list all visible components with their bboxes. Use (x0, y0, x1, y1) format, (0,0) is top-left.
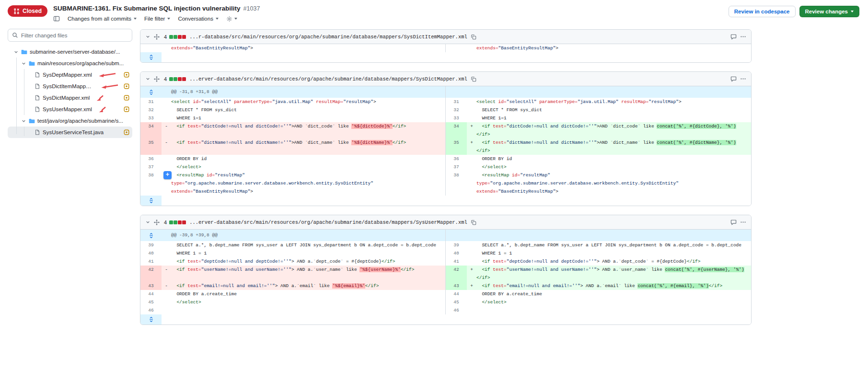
code-line: extends="BaseEntityResultMap"> (171, 44, 445, 52)
line-number[interactable]: 40 (140, 249, 162, 257)
diffstat-square (178, 220, 182, 224)
diff-ctx-cell: 32 SELECT * FROM sys_dict (446, 106, 751, 114)
changes-from-dropdown[interactable]: Changes from all commits (68, 16, 137, 22)
kebab-menu-icon[interactable] (740, 34, 746, 40)
line-number[interactable]: 45 (140, 298, 162, 306)
line-number[interactable]: 36 (446, 155, 467, 163)
line-number[interactable] (140, 44, 162, 52)
file-filter-dropdown[interactable]: File filter (144, 16, 170, 22)
line-number[interactable]: 42 (446, 266, 467, 282)
comment-icon[interactable] (730, 219, 737, 225)
diff-sign (162, 155, 171, 163)
line-number[interactable]: 39 (446, 241, 467, 249)
kebab-menu-icon[interactable] (740, 219, 746, 225)
line-number[interactable]: 45 (446, 298, 467, 306)
file-path[interactable]: ...erver-database/src/main/resources/org… (189, 76, 467, 82)
line-number[interactable]: 41 (446, 257, 467, 266)
diff-add-cell: 42+ <if test="userName!=null and userNam… (446, 266, 751, 282)
diff-ctx-cell: 45 </select> (446, 298, 751, 306)
line-number[interactable]: 46 (140, 306, 162, 314)
copy-path-icon[interactable] (471, 220, 476, 225)
line-number[interactable]: 32 (140, 106, 162, 114)
word-diff-highlight: '%${dictName}%' (351, 140, 393, 145)
file-path[interactable]: ...erver-database/src/main/resources/org… (189, 220, 467, 225)
pr-closed-icon (13, 8, 20, 14)
diff-ctx-cell: extends="BaseEntityResultMap"> (446, 44, 751, 52)
tree-folder-submarine-server-server-database[interactable]: submarine-server/server-database/... (8, 46, 132, 58)
line-number[interactable]: 42 (140, 266, 162, 282)
line-number[interactable]: 39 (140, 241, 162, 249)
chevron-down-icon[interactable] (21, 61, 26, 66)
review-changes-button[interactable]: Review changes (799, 6, 859, 17)
line-number[interactable]: 44 (140, 290, 162, 298)
diffstat-squares (169, 35, 186, 39)
file-path[interactable]: ...r-database/src/main/resources/org/apa… (189, 34, 467, 40)
tree-folder-main-resources-org-apache-subm[interactable]: main/resources/org/apache/subm... (8, 58, 132, 69)
file-icon (35, 72, 40, 78)
diff-sign (162, 290, 171, 298)
tree-file-sysdeptmapper-xml[interactable]: SysDeptMapper.xml (8, 69, 132, 81)
code-line: ORDER BY id (171, 155, 445, 163)
copy-path-icon[interactable] (471, 34, 476, 40)
expand-hunk-button[interactable] (140, 230, 162, 241)
modified-status-icon (124, 72, 129, 78)
chevron-down-icon[interactable] (21, 118, 26, 124)
review-in-codespace-button[interactable]: Review in codespace (729, 6, 796, 17)
diff-row: 38+ <resultMap id="resultMap"type="org.a… (140, 171, 751, 196)
drag-handle-icon[interactable] (154, 34, 160, 40)
expand-diff-button[interactable] (140, 196, 162, 206)
line-number[interactable]: 33 (140, 114, 162, 122)
expand-diff-button[interactable] (140, 52, 162, 62)
drag-handle-icon[interactable] (154, 220, 160, 225)
code-line: WHERE 1 = 1 (171, 249, 445, 257)
expand-hunk-button[interactable] (140, 86, 162, 98)
collapse-file-icon[interactable] (145, 220, 150, 225)
line-number[interactable]: 35 (140, 139, 162, 155)
expand-diff-button[interactable] (140, 314, 162, 324)
line-number[interactable]: 38 (140, 171, 162, 196)
diff-sign: + (467, 139, 476, 155)
line-number[interactable]: 43 (140, 282, 162, 290)
filter-files-input[interactable] (21, 33, 128, 38)
comment-icon[interactable] (730, 34, 737, 40)
chevron-down-icon[interactable] (13, 49, 19, 55)
tree-file-sysuserservicetest-java[interactable]: SysUserServiceTest.java (8, 127, 132, 138)
add-comment-button[interactable]: + (163, 171, 172, 179)
line-number[interactable]: 44 (446, 290, 467, 298)
sidebar-toggle-icon[interactable] (53, 15, 60, 22)
line-number[interactable]: 34 (446, 122, 467, 139)
diff-ctx-cell: 33 WHERE 1=1 (140, 114, 446, 122)
line-number[interactable]: 46 (446, 306, 467, 314)
drag-handle-icon[interactable] (154, 76, 160, 82)
tree-file-sysdictmapper-xml[interactable]: SysDictMapper.xml (8, 92, 132, 104)
line-number[interactable]: 38 (446, 171, 467, 196)
copy-path-icon[interactable] (471, 76, 476, 82)
line-number[interactable]: 40 (446, 249, 467, 257)
collapse-file-icon[interactable] (145, 34, 150, 39)
line-number[interactable]: 43 (446, 282, 467, 290)
line-number[interactable] (446, 44, 467, 52)
file-header: 4...erver-database/src/main/resources/or… (140, 72, 751, 86)
line-number[interactable]: 37 (140, 163, 162, 171)
diff-ctx-cell: 41 <if test="deptCode!=null and deptCode… (140, 257, 446, 266)
line-number[interactable]: 41 (140, 257, 162, 266)
line-number[interactable]: 36 (140, 155, 162, 163)
line-number[interactable]: 31 (140, 98, 162, 106)
comment-icon[interactable] (730, 76, 737, 82)
line-number[interactable]: 35 (446, 139, 467, 155)
diff-sign (467, 257, 476, 266)
line-number[interactable]: 32 (446, 106, 467, 114)
diff-settings-dropdown[interactable] (226, 16, 237, 22)
tree-file-sysdictitemmapper-xml[interactable]: SysDictItemMapper.xml (8, 81, 132, 92)
conversations-label: Conversations (178, 16, 213, 22)
diff-sign: - (162, 282, 171, 290)
collapse-file-icon[interactable] (145, 76, 150, 81)
line-number[interactable]: 34 (140, 122, 162, 139)
tree-folder-test-java-org-apache-submarine-s[interactable]: test/java/org/apache/submarine/s... (8, 115, 132, 127)
line-number[interactable]: 33 (446, 114, 467, 122)
line-number[interactable]: 31 (446, 98, 467, 106)
kebab-menu-icon[interactable] (740, 76, 746, 82)
conversations-dropdown[interactable]: Conversations (178, 16, 219, 22)
tree-file-sysusermapper-xml[interactable]: SysUserMapper.xml (8, 104, 132, 115)
line-number[interactable]: 37 (446, 163, 467, 171)
